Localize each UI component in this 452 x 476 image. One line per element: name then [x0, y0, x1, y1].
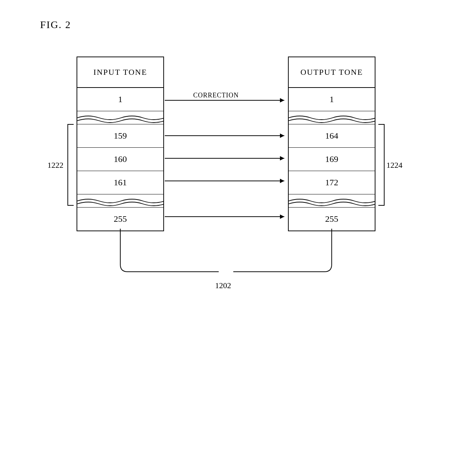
svg-text:1224: 1224	[386, 160, 402, 170]
diagram-svg: CORRECTION 1222 1224 1202	[40, 57, 412, 356]
svg-text:1222: 1222	[47, 160, 63, 170]
svg-marker-2	[280, 98, 284, 102]
diagram: INPUT TONE 1 159 160 161 255 OUTPUT TONE…	[40, 57, 412, 356]
svg-text:1202: 1202	[215, 281, 231, 290]
svg-marker-8	[280, 179, 284, 183]
svg-marker-4	[280, 133, 284, 138]
svg-text:CORRECTION: CORRECTION	[193, 92, 239, 99]
figure-label: FIG. 2	[40, 19, 71, 31]
svg-marker-6	[280, 156, 284, 160]
svg-marker-10	[280, 214, 284, 219]
